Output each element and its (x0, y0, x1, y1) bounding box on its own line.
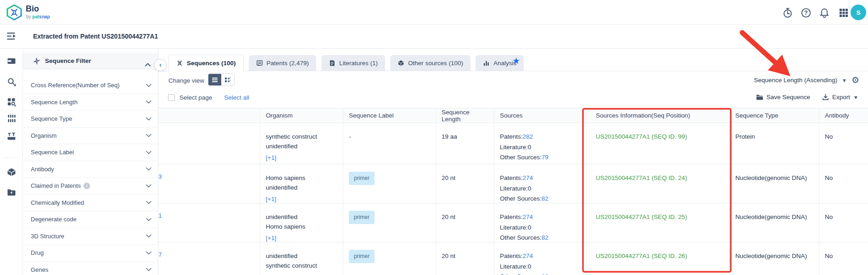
filter-item-antibody[interactable]: Antibody (23, 161, 158, 178)
other-sources-count-link[interactable]: 82 (542, 195, 549, 202)
record-card-icon[interactable] (7, 56, 16, 66)
sources-box-icon (398, 60, 404, 67)
package-icon[interactable] (7, 168, 16, 177)
info-icon: i (84, 183, 90, 189)
sequence-filter-icon (33, 57, 40, 65)
apps-grid-icon[interactable] (838, 7, 849, 18)
select-page-checkbox[interactable] (168, 94, 175, 101)
sequence-type-cell: Nucleotide(genomic DNA) (730, 242, 819, 275)
organism-line: synthetic construct (266, 261, 337, 270)
chevron-down-icon (146, 134, 151, 137)
literature-count: 0 (528, 224, 532, 231)
literature-count: 0 (528, 263, 532, 270)
tab-patents[interactable]: Patents (2,479) (249, 55, 316, 71)
filter-item-chemically-modified[interactable]: Chemically Modified (23, 195, 158, 212)
sequence-id-link[interactable]: 57 (151, 242, 260, 275)
tab-label: Patents (2,479) (267, 60, 309, 67)
sequence-length-cell: 20 nt (436, 164, 494, 203)
history-timer-icon[interactable] (782, 7, 793, 18)
chevron-down-icon (146, 234, 151, 238)
sources-cell: Patents:274 Literature:0 Other Sources:8… (494, 242, 587, 275)
more-organisms-link[interactable]: [+1] (266, 233, 276, 242)
workbench-icon[interactable] (7, 132, 16, 141)
table-row: 51 unidentified Homo sapiens [+1] primer… (151, 203, 868, 242)
chevron-up-icon[interactable] (145, 63, 151, 67)
source-position-link[interactable]: US20150044277A1 (SEQ ID. 26) (596, 253, 687, 259)
sort-value[interactable]: Sequence Length (Ascending) (754, 77, 837, 84)
source-position-link[interactable]: US20150044277A1 (SEQ ID. 24) (596, 174, 687, 181)
filter-item-sequence-type[interactable]: Sequence Type (23, 111, 158, 128)
card-view-button[interactable] (221, 74, 234, 85)
more-organisms-link[interactable]: [+1] (266, 194, 276, 203)
sources-information-cell: US20150044277A1 (SEQ ID. 25) (587, 203, 730, 242)
table-row: 57 unidentified synthetic construct [+1]… (151, 242, 868, 275)
user-avatar[interactable]: S (851, 5, 866, 20)
chevron-down-icon (146, 167, 151, 171)
filter-item-sequence-label[interactable]: Sequence Label (23, 144, 158, 161)
left-rail (0, 49, 23, 275)
col-header-sources: Sources (494, 108, 587, 123)
save-sequence-button[interactable]: Save Sequence (756, 94, 810, 101)
table-row: 53 Homo sapiens unidentified [+1] primer… (151, 164, 868, 203)
organism-line: unidentified (266, 183, 337, 192)
sequence-id-link[interactable]: 53 (151, 164, 260, 203)
search-icon[interactable] (7, 77, 16, 86)
menu-unfold-icon[interactable] (6, 30, 18, 42)
sequence-type-cell: Protein (730, 123, 819, 164)
favorite-star-icon[interactable]: ★ (512, 56, 520, 66)
primer-badge: primer (349, 172, 375, 185)
tab-literatures[interactable]: Literatures (1) (321, 55, 385, 71)
other-sources-count-link[interactable]: 79 (542, 154, 549, 161)
patents-count-link[interactable]: 274 (523, 253, 533, 259)
filter-item-cross-reference[interactable]: Cross Reference(Number of Seq) (23, 77, 158, 94)
more-organisms-link[interactable]: [+1] (266, 153, 276, 163)
tab-sequences[interactable]: Sequences (100) (168, 55, 244, 71)
sort-control: Sequence Length (Ascending) ▼ ⚙ (754, 76, 859, 84)
sequence-filter-panel: Sequence Filter Cross Reference(Number o… (23, 49, 158, 275)
settings-gear-icon[interactable]: ⚙ (851, 76, 859, 84)
save-export-group: Save Sequence Export ▼ (756, 94, 858, 101)
filter-item-genes[interactable]: Genes (23, 262, 158, 275)
chevron-down-icon (146, 100, 151, 104)
sources-information-cell: US20150044277A1 (SEQ ID. 26) (587, 242, 730, 275)
source-position-link[interactable]: US20150044277A1 (SEQ ID. 99) (596, 133, 687, 140)
chevron-down-icon (146, 251, 151, 255)
patents-count-link[interactable]: 282 (523, 133, 533, 140)
other-sources-count-link[interactable]: 82 (542, 273, 549, 275)
filter-item-degenerate-code[interactable]: Degenerate code (23, 211, 158, 228)
filter-item-3d-structure[interactable]: 3D Structure (23, 228, 158, 245)
sources-other-line: Other Sources:82 (500, 194, 581, 203)
shared-folder-icon[interactable] (7, 187, 16, 196)
col-header-sequence-label: Sequence Label (343, 108, 436, 123)
sources-literature-line: Literature:0 (500, 142, 581, 153)
filter-item-sequence-length[interactable]: Sequence Length (23, 94, 158, 111)
patent-doc-icon (256, 60, 263, 67)
sequence-id-link[interactable]: 51 (151, 203, 260, 242)
filter-item-organism[interactable]: Organism (23, 128, 158, 145)
batch-search-icon[interactable] (7, 97, 16, 107)
export-button[interactable]: Export ▼ (822, 94, 858, 101)
collapse-filter-panel-button[interactable]: ‹ (154, 59, 167, 71)
filter-item-drug[interactable]: Drug (23, 245, 158, 262)
patents-count-link[interactable]: 274 (523, 174, 533, 181)
organism-cell: unidentified Homo sapiens [+1] (260, 203, 343, 242)
source-position-link[interactable]: US20150044277A1 (SEQ ID. 25) (596, 213, 687, 220)
literature-count: 0 (528, 185, 532, 192)
patents-count-link[interactable]: 274 (523, 213, 533, 220)
tab-strip: Sequences (100) Patents (2,479) Literatu… (168, 55, 524, 71)
notifications-bell-icon[interactable] (819, 7, 830, 18)
filter-panel-header[interactable]: Sequence Filter (23, 53, 158, 69)
sequence-label-cell: - (343, 123, 436, 164)
sort-caret-icon[interactable]: ▼ (842, 78, 847, 83)
sequence-id-link[interactable]: 1 (151, 123, 260, 164)
list-view-button[interactable] (208, 74, 221, 85)
sources-other-line: Other Sources:79 (500, 152, 581, 163)
filter-item-claimed-in-patents[interactable]: Claimed in Patents i (23, 178, 158, 195)
sequence-columns-icon[interactable] (7, 114, 16, 123)
more-organisms-link[interactable]: [+1] (266, 272, 276, 275)
tab-other-sources[interactable]: Other sources (100) (390, 55, 470, 71)
other-sources-count-link[interactable]: 82 (542, 234, 549, 241)
select-all-link[interactable]: Select all (224, 94, 249, 101)
help-icon[interactable]: ? (801, 7, 812, 18)
antibody-cell: No (819, 242, 868, 275)
